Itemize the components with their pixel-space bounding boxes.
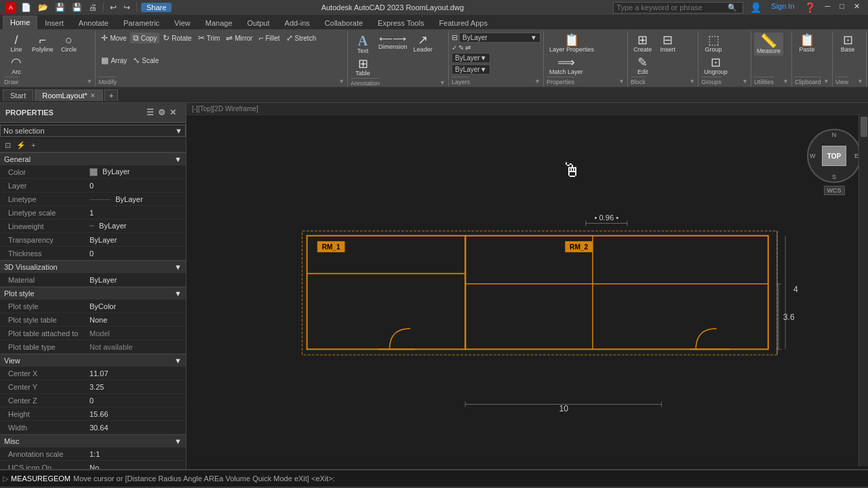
layer-prop-expand-icon[interactable]: ▼ (618, 78, 625, 85)
linetype-prop-value[interactable]: ──── ByLayer (90, 195, 182, 203)
draw-line-button[interactable]: / Line (4, 33, 28, 54)
annotscale-prop-value[interactable]: 1:1 (90, 450, 182, 458)
annotation-text-button[interactable]: A Text (351, 33, 375, 56)
annotation-leader-button[interactable]: ↗ Leader (411, 33, 435, 54)
material-prop-value[interactable]: ByLayer (90, 276, 182, 284)
utilities-expand-icon[interactable]: ▼ (783, 78, 789, 85)
maximize-button[interactable]: □ (837, 2, 847, 14)
layer-match-icon[interactable]: ⇌ (465, 44, 471, 52)
tab-view[interactable]: View (167, 16, 198, 29)
match-properties-button[interactable]: ⟹ Match Layer (547, 55, 586, 77)
tab-output[interactable]: Output (240, 16, 277, 29)
draw-polyline-button[interactable]: ⌐ Polyline (29, 33, 56, 54)
width-prop-value[interactable]: 30.64 (90, 424, 182, 432)
modify-move-button[interactable]: ✛Move (98, 33, 129, 43)
linetype-selector[interactable]: ByLayer ▼ (452, 64, 490, 75)
close-button[interactable]: ✕ (851, 2, 863, 14)
groups-expand-icon[interactable]: ▼ (742, 78, 748, 85)
ucsicon-on-prop-value[interactable]: No (90, 464, 182, 470)
view-section-header[interactable]: View ▼ (0, 354, 186, 367)
color-selector[interactable]: ByLayer ▼ (452, 53, 490, 63)
viewport[interactable]: [-][Top][2D Wireframe] RM_1 (186, 103, 868, 469)
group-button[interactable]: ⬚ Group (701, 33, 726, 54)
layer-properties-button[interactable]: 📋 Layer Properties (547, 33, 597, 54)
qa-new[interactable]: 📄 (19, 2, 33, 13)
qa-save[interactable]: 💾 (53, 2, 67, 13)
signin-button[interactable]: Sign In (768, 2, 797, 14)
selection-dropdown[interactable]: No selection ▼ (0, 125, 186, 137)
prop-btn-quick-select[interactable]: ⚡ (14, 140, 28, 150)
viewcube-top[interactable]: TOP (822, 146, 846, 166)
modify-stretch-button[interactable]: ⤢Stretch (283, 33, 319, 43)
linescale-prop-value[interactable]: 1 (90, 209, 182, 217)
centerz-prop-value[interactable]: 0 (90, 396, 182, 405)
thickness-prop-value[interactable]: 0 (90, 249, 182, 258)
draw-expand-icon[interactable]: ▼ (86, 78, 92, 85)
modify-expand-icon[interactable]: ▼ (338, 78, 344, 85)
qa-saveas[interactable]: 💾 (70, 2, 84, 13)
help-icon[interactable]: ❓ (802, 2, 818, 14)
doc-tab-roomlayout[interactable]: RoomLayout* ✕ (35, 89, 103, 101)
tab-annotate[interactable]: Annotate (71, 16, 116, 29)
ungroup-button[interactable]: ⊡ Ungroup (701, 55, 730, 77)
draw-arc-button[interactable]: ◠ Arc (4, 55, 28, 77)
measure-button[interactable]: 📏 Measure (754, 33, 783, 56)
layer-make-current-icon[interactable]: ✓ (452, 44, 457, 52)
modify-scale-button[interactable]: ⤡Scale (130, 55, 161, 66)
annotation-expand-icon[interactable]: ▼ (439, 79, 446, 86)
modify-array-button[interactable]: ▦Array (98, 55, 130, 66)
transparency-prop-value[interactable]: ByLayer (90, 236, 182, 244)
viewcube[interactable]: N S E W TOP WCS (807, 122, 861, 190)
wcs-label[interactable]: WCS (824, 186, 845, 195)
view-expand-icon[interactable]: ▼ (857, 78, 863, 85)
tab-close-icon[interactable]: ✕ (90, 92, 96, 99)
share-button[interactable]: Share (141, 3, 172, 12)
modify-rotate-button[interactable]: ↻Rotate (160, 33, 194, 43)
canvas-area[interactable]: RM_1 RM_2 (186, 115, 868, 466)
clipboard-expand-icon[interactable]: ▼ (823, 78, 829, 85)
tab-collaborate[interactable]: Collaborate (317, 16, 370, 29)
prop-tool-close[interactable]: ✕ (168, 107, 178, 118)
layers-expand-icon[interactable]: ▼ (534, 78, 540, 85)
tab-parametric[interactable]: Parametric (116, 16, 167, 29)
minimize-button[interactable]: ─ (823, 2, 833, 14)
layer-selector[interactable]: ByLayer ▼ (459, 33, 540, 43)
tab-home[interactable]: Home (3, 16, 37, 29)
plot-section-header[interactable]: Plot style ▼ (0, 287, 186, 300)
height-prop-value[interactable]: 15.66 (90, 410, 182, 418)
plotstyle-table-prop-value[interactable]: None (90, 316, 182, 324)
edit-block-button[interactable]: ✎ Edit (631, 55, 655, 77)
prop-tool-select[interactable]: ☰ (145, 107, 155, 118)
color-prop-value[interactable]: ByLayer (90, 167, 182, 176)
qa-redo[interactable]: ↪ (121, 2, 132, 13)
modify-copy-button[interactable]: ⧉Copy (130, 33, 159, 43)
general-section-header[interactable]: General ▼ (0, 152, 186, 165)
view-base-button[interactable]: ⊡ Base (835, 33, 860, 54)
doc-tab-start[interactable]: Start (3, 89, 33, 101)
search-input[interactable] (616, 3, 725, 12)
qa-print[interactable]: 🖨 (87, 2, 99, 13)
insert-block-button[interactable]: ⊟ Insert (656, 33, 680, 54)
misc-section-header[interactable]: Misc ▼ (0, 434, 186, 447)
prop-tool-options[interactable]: ⚙ (157, 107, 167, 118)
tab-addins[interactable]: Add-ins (277, 16, 317, 29)
draw-circle-button[interactable]: ○ Circle (57, 33, 81, 54)
search-box[interactable]: 🔍 (613, 2, 743, 14)
prop-btn-pickadd[interactable]: + (29, 140, 37, 150)
modify-trim-button[interactable]: ✂Trim (195, 33, 223, 43)
centerx-prop-value[interactable]: 11.07 (90, 369, 182, 378)
prop-btn-select-all[interactable]: ⊡ (3, 140, 13, 150)
annotation-dimension-button[interactable]: ⟵⟶ Dimension (376, 33, 410, 52)
qa-open[interactable]: 📂 (36, 2, 50, 13)
tab-manage[interactable]: Manage (198, 16, 240, 29)
plotstyle-prop-value[interactable]: ByColor (90, 302, 182, 310)
lineweight-prop-value[interactable]: ━ ByLayer (90, 222, 182, 230)
scrollbar-v[interactable] (859, 115, 868, 466)
tab-insert[interactable]: Insert (37, 16, 71, 29)
centery-prop-value[interactable]: 3.25 (90, 383, 182, 391)
tab-express[interactable]: Express Tools (370, 16, 431, 29)
annotation-table-button[interactable]: ⊞ Table (351, 56, 375, 78)
modify-mirror-button[interactable]: ⇌Mirror (223, 33, 255, 43)
tab-featured[interactable]: Featured Apps (431, 16, 495, 29)
create-block-button[interactable]: ⊞ Create (631, 33, 655, 54)
